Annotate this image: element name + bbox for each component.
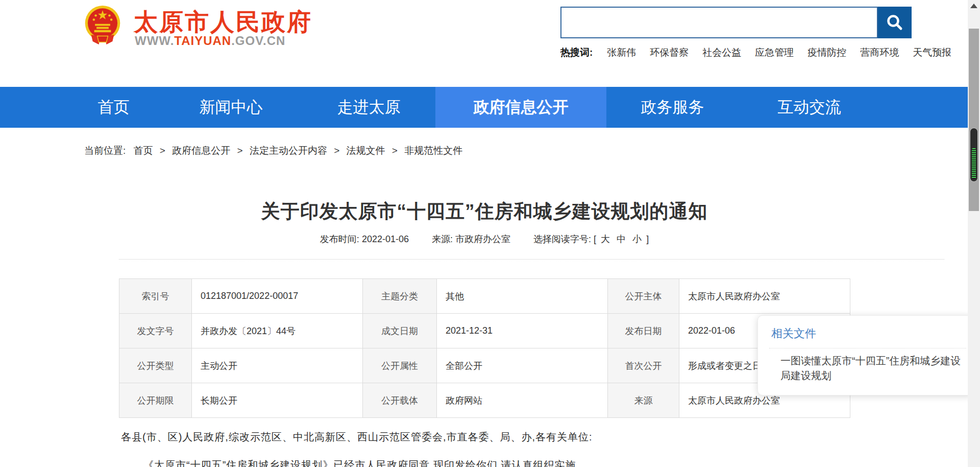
national-emblem-icon (83, 4, 122, 46)
breadcrumb: 当前位置: 首页 > 政府信息公开 > 法定主动公开内容 > 法规文件 > 非规… (84, 144, 462, 157)
vertical-scrollbar[interactable] (968, 0, 980, 467)
breadcrumb-separator: > (237, 145, 243, 156)
breadcrumb-item[interactable]: 政府信息公开 (172, 145, 230, 156)
font-size-large[interactable]: 大 (601, 234, 610, 244)
article-paragraph: 各县(市、区)人民政府,综改示范区、中北高新区、西山示范区管委会,市直各委、局、… (121, 430, 917, 444)
page-title: 关于印发太原市“十四五”住房和城乡建设规划的通知 (119, 199, 850, 224)
bracket-left: [ (594, 234, 596, 244)
hot-keyword[interactable]: 营商环境 (860, 46, 899, 59)
info-label: 公开载体 (363, 383, 437, 418)
info-value: 并政办发〔2021〕44号 (192, 314, 363, 348)
hot-keyword[interactable]: 环保督察 (650, 46, 689, 59)
search-icon (886, 13, 904, 32)
info-value: 太原市人民政府办公室 (679, 279, 850, 314)
info-value: 012187001/2022-00017 (192, 279, 363, 314)
table-row: 索引号 012187001/2022-00017 主题分类 其他 公开主体 太原… (119, 279, 850, 314)
info-value: 政府网站 (437, 383, 608, 418)
nav-tab-about-taiyuan[interactable]: 走进太原 (316, 87, 421, 128)
site-logo[interactable] (83, 4, 122, 46)
hot-keyword[interactable]: 张新伟 (607, 46, 636, 59)
info-value: 2021-12-31 (437, 314, 608, 348)
nav-tab-gov-info[interactable]: 政府信息公开 (435, 87, 606, 128)
recording-indicator-stripes (972, 148, 976, 179)
info-label: 公开期限 (119, 383, 192, 418)
hot-keyword[interactable]: 社会公益 (702, 46, 741, 59)
hot-search-row: 热搜词: 张新伟 环保督察 社会公益 应急管理 疫情防控 营商环境 天气预报 (560, 46, 965, 59)
main-nav: 首页 新闻中心 走进太原 政府信息公开 政务服务 互动交流 (0, 87, 968, 128)
hot-keyword[interactable]: 应急管理 (755, 46, 794, 59)
related-file-link[interactable]: 一图读懂太原市“十四五”住房和城乡建设局建设规划 (780, 354, 963, 383)
breadcrumb-item[interactable]: 首页 (134, 145, 153, 156)
breadcrumb-label: 当前位置: (84, 145, 126, 156)
info-value: 全部公开 (437, 348, 608, 383)
info-label: 发文字号 (119, 314, 192, 348)
info-value: 其他 (437, 279, 608, 314)
info-label: 公开类型 (119, 348, 192, 383)
hot-keyword[interactable]: 疫情防控 (807, 46, 846, 59)
document-info-table: 索引号 012187001/2022-00017 主题分类 其他 公开主体 太原… (119, 278, 850, 418)
publish-time-label: 发布时间: (320, 234, 359, 244)
scrollbar-up-arrow-icon[interactable] (970, 4, 977, 8)
table-row: 公开期限 长期公开 公开载体 政府网站 来源 太原市人民政府办公室 (119, 383, 850, 418)
bracket-right: ] (646, 234, 649, 244)
related-files-popup: 相关文件 一图读懂太原市“十四五”住房和城乡建设局建设规划 (757, 315, 974, 395)
url-suffix: .GOV.CN (231, 34, 285, 48)
popup-divider (769, 348, 966, 348)
breadcrumb-separator: > (392, 145, 398, 156)
site-url: WWW.TAIYUAN.GOV.CN (135, 34, 285, 48)
url-www: WWW. (135, 34, 174, 48)
font-size-medium[interactable]: 中 (617, 234, 626, 244)
nav-tab-gov-services[interactable]: 政务服务 (620, 87, 725, 128)
search-input[interactable] (560, 7, 878, 38)
related-files-title: 相关文件 (771, 326, 973, 341)
source-value: 市政府办公室 (455, 234, 510, 244)
font-size-label: 选择阅读字号: (533, 234, 591, 244)
nav-tab-home[interactable]: 首页 (82, 87, 145, 128)
table-row: 发文字号 并政办发〔2021〕44号 成文日期 2021-12-31 发布日期 … (119, 314, 850, 348)
breadcrumb-separator: > (334, 145, 339, 156)
nav-tab-news[interactable]: 新闻中心 (179, 87, 283, 128)
breadcrumb-item[interactable]: 法规文件 (347, 145, 385, 156)
info-value: 主动公开 (192, 348, 363, 383)
info-label: 公开主体 (608, 279, 679, 314)
info-label: 主题分类 (363, 279, 437, 314)
article-meta: 发布时间: 2022-01-06 来源: 市政府办公室 选择阅读字号: [ 大 … (119, 233, 850, 245)
dotted-divider (119, 259, 944, 260)
info-label: 公开属性 (363, 348, 437, 383)
breadcrumb-item[interactable]: 非规范性文件 (404, 145, 462, 156)
site-header: 太原市人民政府 WWW.TAIYUAN.GOV.CN 热搜词: 张新伟 环保督察… (0, 0, 968, 87)
source-label: 来源: (432, 234, 453, 244)
hot-keyword[interactable]: 天气预报 (913, 46, 951, 59)
breadcrumb-item[interactable]: 法定主动公开内容 (250, 145, 327, 156)
info-label: 成文日期 (363, 314, 437, 348)
info-label: 首次公开 (608, 348, 679, 383)
breadcrumb-separator: > (160, 145, 165, 156)
font-size-small[interactable]: 小 (632, 234, 642, 244)
info-label: 来源 (608, 383, 679, 418)
info-label: 索引号 (119, 279, 192, 314)
search-button[interactable] (878, 7, 912, 38)
scrollbar-thumb[interactable] (969, 29, 979, 211)
recording-indicator (970, 128, 978, 182)
article-paragraph: 《太原市“十四五”住房和城乡建设规划》已经市人民政府同意,现印发给你们,请认真组… (143, 458, 919, 467)
url-domain: TAIYUAN (174, 34, 231, 48)
info-value: 长期公开 (192, 383, 363, 418)
nav-tab-interaction[interactable]: 互动交流 (757, 87, 862, 128)
hot-search-label: 热搜词: (560, 46, 593, 59)
table-row: 公开类型 主动公开 公开属性 全部公开 首次公开 形成或者变更之日 (119, 348, 850, 383)
info-label: 发布日期 (608, 314, 679, 348)
publish-time-value: 2022-01-06 (362, 234, 409, 244)
